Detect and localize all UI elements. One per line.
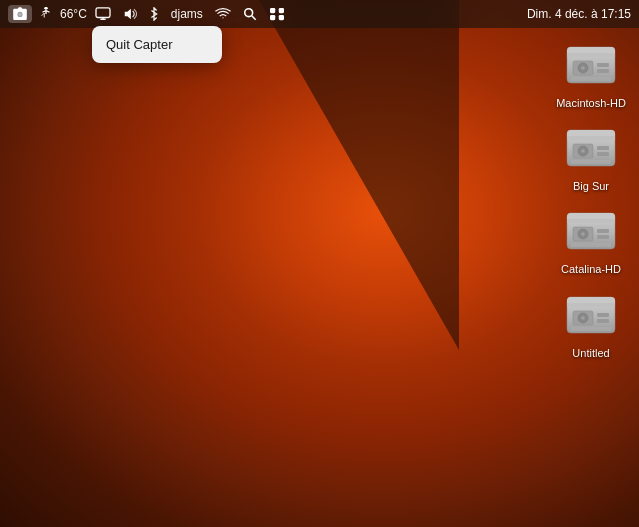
disk-icon-big-sur[interactable]: Big Sur: [551, 118, 631, 197]
quit-capter-item[interactable]: Quit Capter: [92, 32, 222, 57]
svg-rect-16: [597, 69, 609, 73]
disk-label-untitled: Untitled: [572, 347, 609, 360]
context-menu: Quit Capter: [92, 26, 222, 63]
menubar-right: Dim. 4 déc. à 17:15: [527, 7, 631, 21]
svg-rect-10: [567, 53, 615, 57]
svg-rect-6: [270, 15, 275, 20]
temperature-icon[interactable]: [36, 5, 56, 23]
svg-rect-4: [270, 8, 275, 13]
volume-icon[interactable]: [119, 5, 141, 23]
svg-rect-45: [597, 313, 609, 317]
svg-rect-27: [571, 160, 611, 164]
svg-point-24: [582, 150, 584, 152]
svg-rect-36: [597, 235, 609, 239]
disk-icon-untitled[interactable]: Untitled: [551, 285, 631, 364]
svg-rect-15: [597, 63, 609, 67]
svg-rect-37: [571, 243, 611, 247]
temperature-display: 66°C: [60, 7, 87, 21]
svg-rect-46: [597, 319, 609, 323]
svg-point-3: [245, 9, 253, 17]
disk-label-catalina-hd: Catalina-HD: [561, 263, 621, 276]
svg-point-34: [582, 234, 584, 236]
disk-label-macintosh-hd: Macintosh-HD: [556, 97, 626, 110]
menubar: 66°C: [0, 0, 639, 28]
svg-rect-47: [571, 327, 611, 331]
svg-rect-40: [567, 303, 615, 307]
svg-point-44: [582, 317, 584, 319]
desktop-icons: Macintosh-HD: [551, 35, 631, 364]
menubar-left: 66°C: [8, 5, 289, 23]
svg-rect-30: [567, 219, 615, 223]
datetime-display[interactable]: Dim. 4 déc. à 17:15: [527, 7, 631, 21]
search-icon[interactable]: [239, 5, 261, 23]
capter-icon[interactable]: [8, 5, 32, 23]
desktop: 66°C: [0, 0, 639, 527]
wifi-icon[interactable]: [211, 5, 235, 23]
svg-rect-20: [567, 136, 615, 140]
svg-rect-7: [279, 15, 284, 20]
username-display: djams: [167, 5, 207, 23]
control-center-icon[interactable]: [265, 5, 289, 23]
svg-rect-26: [597, 152, 609, 156]
svg-point-14: [582, 67, 584, 69]
screen-icon[interactable]: [91, 5, 115, 23]
svg-rect-17: [571, 77, 611, 81]
svg-point-1: [18, 13, 21, 16]
bluetooth-icon[interactable]: [145, 5, 163, 23]
disk-label-big-sur: Big Sur: [573, 180, 609, 193]
svg-rect-2: [96, 8, 110, 18]
svg-rect-35: [597, 229, 609, 233]
disk-icon-macintosh-hd[interactable]: Macintosh-HD: [551, 35, 631, 114]
svg-rect-25: [597, 146, 609, 150]
svg-rect-5: [279, 8, 284, 13]
disk-icon-catalina-hd[interactable]: Catalina-HD: [551, 201, 631, 280]
